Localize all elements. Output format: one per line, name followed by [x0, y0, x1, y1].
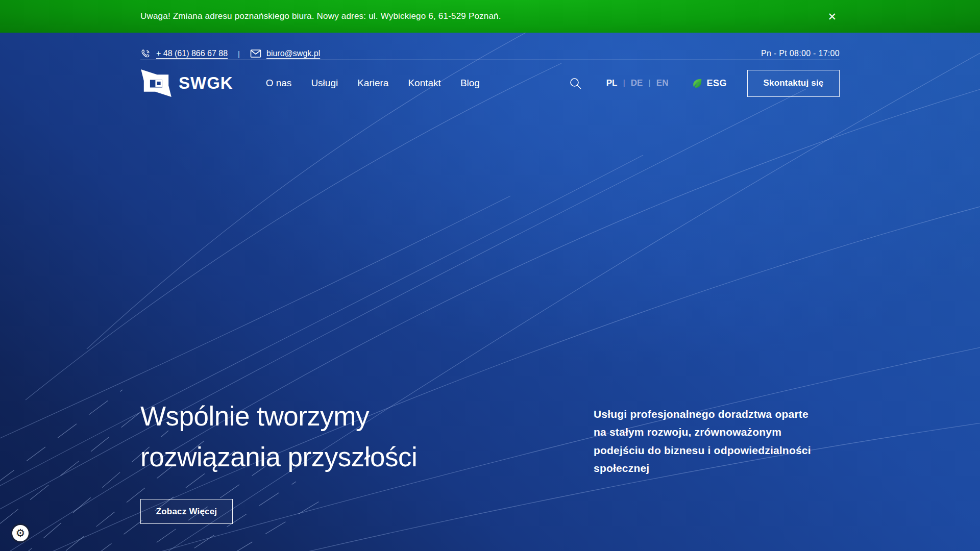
- language-de[interactable]: DE: [631, 78, 643, 88]
- notice-banner: Uwaga! Zmiana adresu poznańskiego biura.…: [0, 0, 980, 33]
- close-icon[interactable]: ✕: [825, 9, 839, 24]
- notice-banner-text: Uwaga! Zmiana adresu poznańskiego biura.…: [140, 11, 501, 21]
- nav-item-kontakt[interactable]: Kontakt: [408, 78, 440, 89]
- main-navbar: SWGK O nas Usługi Kariera Kontakt Blog: [140, 60, 840, 106]
- esg-label: ESG: [706, 78, 727, 89]
- leaf-icon: [692, 78, 703, 89]
- logo[interactable]: SWGK: [140, 69, 233, 97]
- gear-icon: ⚙: [16, 528, 26, 539]
- nav-links: O nas Usługi Kariera Kontakt Blog: [266, 78, 480, 89]
- search-button[interactable]: [569, 77, 582, 90]
- contact-button[interactable]: Skontaktuj się: [747, 70, 840, 97]
- topbar-separator: |: [238, 49, 240, 58]
- logo-text: SWGK: [179, 73, 233, 93]
- nav-item-blog[interactable]: Blog: [460, 78, 480, 89]
- hero-heading: Wspólnie tworzymy rozwiązania przyszłośc…: [140, 396, 417, 477]
- notice-banner-inner: Uwaga! Zmiana adresu poznańskiego biura.…: [140, 0, 840, 33]
- search-icon: [569, 77, 582, 90]
- hero-section: + 48 (61) 866 67 88 | biuro@swgk.pl Pn -…: [0, 33, 980, 551]
- language-pl[interactable]: PL: [606, 78, 618, 88]
- phone-icon: [140, 48, 151, 59]
- see-more-button[interactable]: Zobacz Więcej: [140, 499, 233, 524]
- content-container: + 48 (61) 866 67 88 | biuro@swgk.pl Pn -…: [140, 33, 840, 551]
- email-address: biuro@swgk.pl: [266, 49, 320, 58]
- logo-icon: [140, 69, 172, 97]
- settings-button[interactable]: ⚙: [11, 523, 30, 543]
- navbar-right: PL | DE | EN: [569, 70, 840, 97]
- topbar-contacts: + 48 (61) 866 67 88 | biuro@swgk.pl: [140, 48, 320, 59]
- mail-icon: [250, 49, 261, 58]
- nav-item-kariera[interactable]: Kariera: [357, 78, 388, 89]
- language-switcher: PL | DE | EN: [606, 78, 669, 88]
- opening-hours: Pn - Pt 08:00 - 17:00: [761, 49, 840, 58]
- phone-number: + 48 (61) 866 67 88: [156, 49, 228, 58]
- language-en[interactable]: EN: [656, 78, 669, 88]
- language-separator: |: [623, 78, 625, 88]
- esg-link[interactable]: ESG: [692, 78, 727, 89]
- nav-item-o-nas[interactable]: O nas: [266, 78, 292, 89]
- language-separator: |: [648, 78, 650, 88]
- topbar: + 48 (61) 866 67 88 | biuro@swgk.pl Pn -…: [140, 33, 840, 60]
- nav-item-uslugi[interactable]: Usługi: [311, 78, 338, 89]
- hero-description: Usługi profesjonalnego doradztwa oparte …: [594, 405, 840, 477]
- email-link[interactable]: biuro@swgk.pl: [250, 49, 320, 58]
- phone-link[interactable]: + 48 (61) 866 67 88: [140, 48, 228, 59]
